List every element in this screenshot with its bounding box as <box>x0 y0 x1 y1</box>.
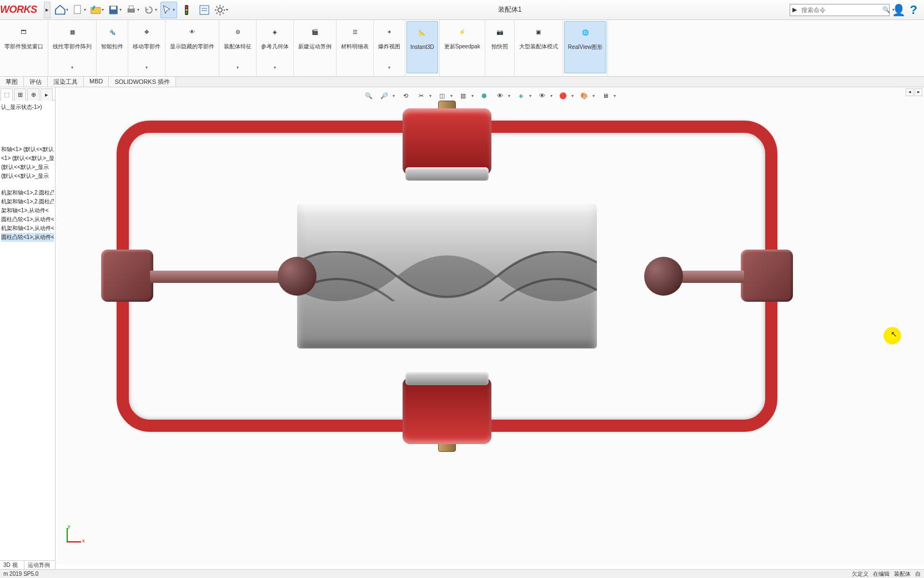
open-button[interactable]: ▾ <box>89 2 106 18</box>
rb-label: 线性零部件阵列 <box>53 43 92 50</box>
tab-addins[interactable]: SOLIDWORKS 插件 <box>109 77 176 87</box>
ribbon-tabs: 草图 评估 渲染工具 MBD SOLIDWORKS 插件 <box>0 77 924 87</box>
dropdown-caret-icon[interactable]: ▾ <box>226 7 230 12</box>
model-hub <box>101 250 153 302</box>
tree-item[interactable]: 圆柱凸轮<1>,从动件< <box>1 233 54 242</box>
view-eye-button[interactable]: 👁 <box>535 88 549 103</box>
list-button[interactable] <box>196 2 213 18</box>
tree-item[interactable]: (默认<<默认>_显示 <box>1 163 54 172</box>
tree-tab[interactable]: ⬚ <box>1 88 13 101</box>
dropdown-caret-icon[interactable]: ▾ <box>119 7 124 12</box>
search-icon[interactable]: 🔍 <box>880 6 892 13</box>
move-icon: ✥ <box>137 22 157 42</box>
rb-label: 拍快照 <box>491 43 508 50</box>
tree-item[interactable]: 机架和轴<1>,2.圆柱凸 <box>1 188 54 197</box>
undo-button[interactable]: ▾ <box>143 2 159 18</box>
rb-move-component[interactable]: ✥移动零部件▾ <box>129 21 164 73</box>
dropdown-caret-icon[interactable]: ▾ <box>137 7 142 12</box>
tab-sketch[interactable]: 草图 <box>0 77 24 87</box>
print-button[interactable]: ▾ <box>125 2 142 18</box>
play-icon: ▶ <box>790 6 799 13</box>
rb-speedpak[interactable]: ⚡更新Speedpak <box>441 21 484 73</box>
tree-item[interactable]: 架和轴<1>,从动件< <box>1 206 54 215</box>
appearance-button[interactable]: 🔴 <box>556 88 570 103</box>
feature-tree[interactable]: 认_显示状态-1>) 和轴<1> (默认<<默认 <1> (默认<<默认>_显 … <box>0 101 55 244</box>
rb-realview[interactable]: 🌐RealView图形 <box>564 21 606 73</box>
settings-button[interactable]: ▾ <box>214 2 230 18</box>
3d-viewport[interactable]: ◂ ▸ 🔍 🔎▾ ⟲ ✂▾ ◫▾ ▥▾ ⬢ 👁▾ ◈▾ 👁▾ 🔴▾ 🎨▾ 🖥▾ <box>56 87 924 565</box>
display-state-node[interactable]: 认_显示状态-1>) <box>1 103 54 112</box>
panel-nav-next[interactable]: ▸ <box>915 88 922 96</box>
rb-label: 装配体特征 <box>224 43 252 50</box>
config-tab[interactable]: ⊞ <box>14 88 26 101</box>
dropdown-caret-icon[interactable]: ▾ <box>173 7 177 12</box>
tab-evaluate[interactable]: 评估 <box>24 77 48 87</box>
tree-item[interactable]: 机架和轴<1>,从动件< <box>1 224 54 233</box>
display-button[interactable]: 🖥 <box>598 88 612 103</box>
user-icon[interactable]: 👤 <box>892 3 906 17</box>
svg-rect-9 <box>200 6 209 14</box>
rb-bom[interactable]: ☰材料明细表 <box>338 21 372 73</box>
dropdown-caret-icon[interactable]: ▾ <box>102 7 106 12</box>
svg-rect-4 <box>129 6 133 9</box>
rb-assembly-feature[interactable]: ⚙装配体特征▾ <box>220 21 255 73</box>
display-style-button[interactable]: ▥ <box>456 88 470 103</box>
rb-show-hidden[interactable]: 👁显示隐藏的零部件 <box>167 21 218 73</box>
rb-ref-geometry[interactable]: ◈参考几何体▾ <box>258 21 292 73</box>
tree-item[interactable]: 和轴<1> (默认<<默认 <box>1 145 54 154</box>
rb-preview-window[interactable]: 🗔零部件预览窗口 <box>1 21 47 73</box>
svg-rect-2 <box>111 6 116 9</box>
command-search[interactable]: ▶ 🔍 ▾ <box>790 4 890 16</box>
tab-motion-study[interactable]: 运动算例 1 <box>24 561 56 569</box>
globe-icon: 🌐 <box>575 23 595 43</box>
save-button[interactable]: ▾ <box>107 2 124 18</box>
cube-icon: ▣ <box>529 22 549 42</box>
zoom-fit-button[interactable]: 🔍 <box>361 88 376 103</box>
new-button[interactable]: ▾ <box>72 2 88 18</box>
model-hub <box>741 250 793 302</box>
dropdown-caret-icon[interactable]: ▾ <box>66 7 71 12</box>
status-underdefined: 欠定义 <box>852 570 868 578</box>
title-bar: WORKS ▸ ▾ ▾ ▾ ▾ ▾ ▾ ▾ ▾ 装配体1 ▶ 🔍 ▾ 👤 ? <box>0 0 924 20</box>
traffic-light-icon[interactable] <box>178 2 195 18</box>
display-tab[interactable]: ⊕ <box>27 88 39 101</box>
status-bar: m 2019 SP5.0 欠定义 在编辑 装配体 自 <box>0 569 924 578</box>
search-input[interactable] <box>799 7 880 13</box>
tree-item[interactable]: (默认<<默认>_显示 <box>1 172 54 181</box>
rb-linear-pattern[interactable]: ▦线性零部件阵列▾ <box>49 21 95 73</box>
tree-item[interactable]: <1> (默认<<默认>_显 <box>1 154 54 163</box>
cube-button[interactable]: ⬢ <box>477 88 491 103</box>
speedpak-icon: ⚡ <box>452 22 472 42</box>
zoom-area-button[interactable]: 🔎 <box>377 88 391 103</box>
rb-snapshot[interactable]: 📷拍快照 <box>486 21 513 73</box>
select-button[interactable]: ▾ <box>160 2 177 18</box>
visibility-icon: 👁 <box>182 22 202 42</box>
scene-button[interactable]: 🎨 <box>577 88 591 103</box>
rb-label: 移动零部件 <box>133 43 160 50</box>
rb-instant3d[interactable]: 📐Instant3D <box>406 21 438 73</box>
hide-show-button[interactable]: 👁 <box>493 88 507 103</box>
rb-new-motion[interactable]: 🎬新建运动算例 <box>295 21 335 73</box>
prev-view-button[interactable]: ⟲ <box>398 88 413 103</box>
panel-nav-prev[interactable]: ◂ <box>906 88 913 96</box>
tree-item[interactable]: 圆柱凸轮<1>,从动件< <box>1 215 54 224</box>
isometric-button[interactable]: ◈ <box>514 88 528 103</box>
rb-exploded-view[interactable]: ✶爆炸视图▾ <box>375 21 404 73</box>
section-view-button[interactable]: ✂ <box>414 88 428 103</box>
help-button[interactable]: ? <box>908 3 920 17</box>
tab-3d-view[interactable]: 3D 视图 <box>0 561 24 569</box>
status-unit-icon[interactable]: 自 <box>915 570 921 578</box>
axis-x-label: x <box>82 538 85 544</box>
svg-rect-0 <box>74 5 80 13</box>
expand-menu-button[interactable]: ▸ <box>44 2 51 18</box>
rb-smart-fastener[interactable]: 🔩智能扣件 <box>98 21 127 73</box>
tab-mbd[interactable]: MBD <box>84 77 109 87</box>
tree-item[interactable]: 机架和轴<1>,2.圆柱凸 <box>1 197 54 206</box>
arrow-tab[interactable]: ▸ <box>41 88 53 101</box>
rb-large-assembly[interactable]: ▣大型装配体模式 <box>516 21 561 73</box>
dropdown-caret-icon[interactable]: ▾ <box>84 7 88 12</box>
tab-render[interactable]: 渲染工具 <box>48 77 84 87</box>
dropdown-caret-icon[interactable]: ▾ <box>155 7 159 12</box>
home-button[interactable]: ▾ <box>54 2 71 18</box>
svg-point-7 <box>185 9 188 11</box>
